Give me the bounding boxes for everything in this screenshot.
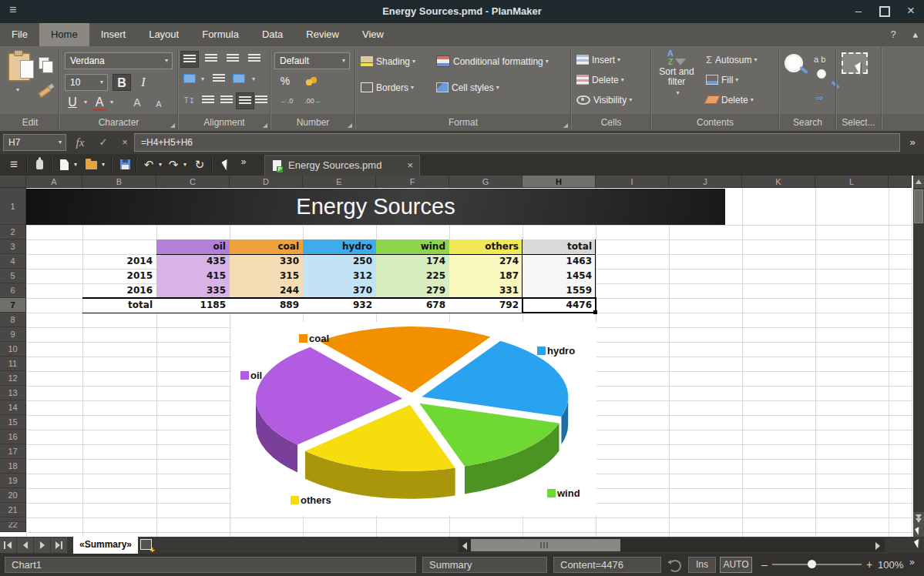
cell-E5[interactable]: 312 [303,269,376,283]
legend-coal[interactable]: coal [299,333,329,344]
row-header-19[interactable]: 19 [0,474,26,488]
number-dialog-launcher[interactable] [348,123,352,128]
insert-cells-button[interactable]: Insert▾ [576,51,620,69]
row-header-13[interactable]: 13 [0,386,26,400]
row-header-11[interactable]: 11 [0,357,26,371]
repeat-button[interactable]: ↻ [193,154,207,176]
row-header-16[interactable]: 16 [0,430,26,444]
add-sheet-button[interactable] [140,539,152,550]
merge-cells-button[interactable] [230,71,248,88]
close-button[interactable]: × [898,0,924,23]
menu-item-insert[interactable]: Insert [89,23,138,46]
menu-item-data[interactable]: Data [250,23,294,46]
valign-justify-button[interactable] [245,51,264,68]
valign-bottom-button[interactable] [223,51,242,68]
cell-H6[interactable]: 1559 [522,283,596,298]
column-header-H[interactable]: H [522,176,596,188]
horizontal-scroll-thumb[interactable] [471,539,620,551]
merge-dropdown-icon[interactable]: ▾ [252,71,255,88]
toolbar-overflow-chevron-icon[interactable]: » [236,151,251,172]
redo-dropdown-icon[interactable]: ▾ [180,154,190,176]
row-header-21[interactable]: 21 [0,503,26,517]
cell-C4[interactable]: 435 [156,254,230,269]
alignment-dialog-launcher[interactable] [263,123,267,128]
column-header-J[interactable]: J [669,176,742,188]
cell-C5[interactable]: 415 [156,269,230,283]
number-format-combo[interactable]: Default▾ [274,52,350,69]
cell-F5[interactable]: 225 [376,269,449,283]
cell-H4[interactable]: 1463 [522,254,596,269]
cell-E6[interactable]: 370 [303,283,376,298]
next-sheet-button[interactable] [34,537,50,553]
select-all-corner[interactable] [0,176,26,188]
cell-header-wind[interactable]: wind [376,239,449,254]
open-dropdown-icon[interactable]: ▾ [99,154,108,176]
cell-format-button[interactable] [180,71,199,88]
underline-dropdown-icon[interactable]: ▾ [84,94,87,111]
collapse-ribbon-icon[interactable]: ▴ [912,28,918,40]
align-justify-button[interactable] [254,92,268,109]
row-header-20[interactable]: 20 [0,488,26,503]
row-header-2[interactable]: 2 [0,225,26,239]
cell-D4[interactable]: 330 [230,254,303,269]
visibility-button[interactable]: Visibility▾ [576,91,632,109]
zoom-level-label[interactable]: 100% [878,557,903,573]
legend-hydro[interactable]: hydro [537,345,575,357]
replace-button[interactable]: a b [814,51,825,68]
cell-D7[interactable]: 889 [230,298,303,313]
auto-mode-button[interactable]: AUTO [720,557,752,573]
cell-styles-button[interactable]: Cell styles▾ [436,79,499,96]
scroll-left-icon[interactable] [462,542,467,550]
cell-G7[interactable]: 792 [449,298,522,313]
row-header-15[interactable]: 15 [0,415,26,430]
cell-C6[interactable]: 335 [156,283,230,298]
statusbar-chevron-icon[interactable]: » [909,554,915,571]
conditional-formatting-button[interactable]: Conditional formatting▾ [436,52,549,70]
vertical-scroll-thumb[interactable] [914,189,923,223]
zoom-slider-track[interactable] [772,564,862,565]
cell-G6[interactable]: 331 [449,283,522,298]
cell-rowlabel-2014[interactable]: 2014 [82,254,156,269]
open-document-button[interactable] [83,154,99,176]
menu-item-formula[interactable]: Formula [190,23,250,46]
row-header-4[interactable]: 4 [0,254,26,269]
new-document-dropdown-icon[interactable]: ▾ [71,154,80,176]
italic-button[interactable]: I [134,74,153,91]
sync-icon[interactable] [669,560,681,572]
font-color-dropdown-icon[interactable]: ▾ [110,94,113,111]
vertical-scrollbar[interactable] [913,176,924,537]
scroll-up-button[interactable] [913,176,924,188]
pie-chart-object[interactable]: coal hydro oil others wind [231,322,596,516]
cell-D6[interactable]: 244 [230,283,303,298]
column-header-E[interactable]: E [303,176,376,188]
selected-cell-outline[interactable] [522,297,596,313]
align-left-button[interactable] [199,92,217,109]
row-header-1[interactable]: 1 [0,188,26,225]
zoom-in-button[interactable]: + [866,557,872,573]
character-dialog-launcher[interactable] [170,123,175,128]
insert-function-button[interactable]: fx [71,134,89,151]
cell-F6[interactable]: 279 [376,283,449,298]
sort-and-filter-button[interactable]: AZ Sort and filter▾ [654,49,700,98]
row-header-18[interactable]: 18 [0,459,26,474]
legend-wind[interactable]: wind [547,487,580,499]
row-header-5[interactable]: 5 [0,269,26,283]
name-box[interactable]: H7▾ [3,134,66,151]
undo-button[interactable]: ↶ [142,154,156,176]
wrap-text-button[interactable] [210,71,228,88]
column-header-A[interactable]: A [26,176,82,188]
bold-button[interactable]: B [113,74,131,91]
confirm-entry-button[interactable]: ✓ [94,134,113,151]
row-header-3[interactable]: 3 [0,239,26,254]
status-sheet-field[interactable]: Summary [422,557,547,573]
document-tab[interactable]: Energy Sources.pmd × [264,155,420,176]
zoom-slider-knob[interactable] [808,560,816,568]
menu-item-layout[interactable]: Layout [137,23,190,46]
legend-oil[interactable]: oil [240,370,262,381]
column-header-D[interactable]: D [230,176,303,188]
valign-center-button[interactable] [202,51,220,68]
grow-font-button[interactable]: A [128,94,146,111]
add-decimal-button[interactable]: ←.0 [276,92,297,109]
column-header-B[interactable]: B [82,176,156,188]
font-size-combo[interactable]: 10▾ [65,74,108,91]
